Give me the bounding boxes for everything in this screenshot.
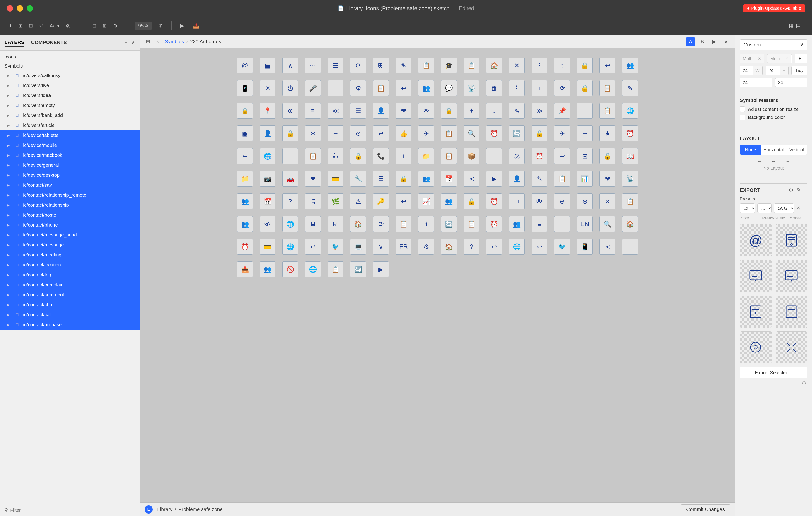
icon-cell[interactable]: ☰ xyxy=(350,103,366,119)
icon-cell[interactable]: 🚫 xyxy=(282,262,298,277)
icon-cell[interactable]: ✈ xyxy=(554,125,570,141)
icon-cell[interactable]: 👥 xyxy=(509,216,525,232)
size-select[interactable]: 1x xyxy=(740,204,755,213)
icon-cell[interactable]: 📋 xyxy=(600,80,615,96)
icon-cell[interactable]: ℹ xyxy=(418,216,434,232)
y-value[interactable] xyxy=(791,57,792,60)
icon-cell[interactable]: ▶ xyxy=(373,262,389,277)
icon-cell[interactable]: 🔒 xyxy=(577,58,593,73)
icon-cell[interactable]: 💳 xyxy=(328,171,344,187)
icon-cell[interactable]: 🔧 xyxy=(350,171,366,187)
fullscreen-button[interactable] xyxy=(27,5,33,11)
icon-cell[interactable]: 📋 xyxy=(622,193,638,209)
icon-cell[interactable]: ⋮ xyxy=(531,58,547,73)
icon-cell[interactable]: ☰ xyxy=(554,216,570,232)
icon-cell[interactable]: 🔍 xyxy=(600,216,615,232)
layer-item[interactable]: ▶ □ ic/contact/phone xyxy=(0,220,140,230)
layer-item[interactable]: ▶ □ ic/contact/call xyxy=(0,310,140,320)
icon-cell[interactable]: 📡 xyxy=(464,80,480,96)
icon-cell[interactable]: ↩ xyxy=(600,58,615,73)
icon-cell[interactable]: ☰ xyxy=(373,171,389,187)
layer-item[interactable]: ▶ □ ic/contact/complaint xyxy=(0,280,140,290)
icon-cell[interactable]: ↑ xyxy=(396,148,411,164)
icon-cell[interactable]: 🏠 xyxy=(350,216,366,232)
icon-cell[interactable]: ⌇ xyxy=(509,80,525,96)
icon-cell[interactable]: 👁 xyxy=(260,216,276,232)
icon-cell[interactable]: ⟳ xyxy=(554,80,570,96)
icon-cell[interactable]: 👥 xyxy=(441,193,457,209)
icon-cell[interactable]: 📋 xyxy=(441,125,457,141)
icon-cell[interactable]: ↓ xyxy=(486,103,502,119)
icon-cell[interactable]: ☑ xyxy=(328,216,344,232)
icon-cell[interactable]: 💳 xyxy=(260,239,276,254)
layer-item[interactable]: ▶ □ ic/device/general xyxy=(0,160,140,170)
icon-cell[interactable]: 🐦 xyxy=(554,239,570,254)
icon-cell[interactable]: 🔒 xyxy=(396,171,411,187)
grid-view-button[interactable]: ⊞ xyxy=(145,37,151,46)
icon-cell[interactable]: ↩ xyxy=(486,239,502,254)
icon-cell[interactable]: 🏠 xyxy=(486,58,502,73)
icon-cell[interactable]: ✎ xyxy=(531,171,547,187)
layer-item[interactable]: ▶ □ ic/contact/relationship_remote xyxy=(0,190,140,200)
icon-cell[interactable]: 🏠 xyxy=(622,216,638,232)
icon-cell[interactable]: ⏰ xyxy=(486,193,502,209)
layers-toggle-button[interactable]: ⊞ xyxy=(16,22,25,30)
icon-cell[interactable]: ∧ xyxy=(282,58,298,73)
icon-cell[interactable]: 📋 xyxy=(600,103,615,119)
layer-item[interactable]: ▶ □ ic/contact/comment xyxy=(0,290,140,300)
icon-cell[interactable]: 🗑 xyxy=(486,80,502,96)
icon-cell[interactable]: ≡ xyxy=(305,103,321,119)
icon-cell[interactable]: 🖥 xyxy=(531,216,547,232)
icon-cell[interactable]: 📱 xyxy=(577,239,593,254)
layer-item[interactable]: ▶ □ ic/divers/bank_add xyxy=(0,110,140,120)
icon-cell[interactable]: ⏰ xyxy=(622,125,638,141)
icon-cell[interactable]: ≫ xyxy=(531,103,547,119)
icon-cell[interactable]: ✕ xyxy=(509,58,525,73)
icon-cell[interactable]: 📦 xyxy=(464,148,480,164)
icon-cell[interactable]: 🔒 xyxy=(282,125,298,141)
view-mode-button-1[interactable]: A xyxy=(686,37,695,46)
icon-cell[interactable]: ☰ xyxy=(282,148,298,164)
icon-cell[interactable]: ✎ xyxy=(509,103,525,119)
icon-cell[interactable]: 🔑 xyxy=(373,193,389,209)
icon-cell[interactable]: ↩ xyxy=(373,125,389,141)
icon-cell[interactable]: ✦ xyxy=(464,103,480,119)
icon-cell[interactable]: ⟳ xyxy=(350,58,366,73)
icon-cell[interactable]: ⊖ xyxy=(554,193,570,209)
custom-dropdown[interactable]: Custom ∨ xyxy=(740,39,808,50)
layers-tab[interactable]: LAYERS xyxy=(4,38,24,47)
icon-cell[interactable]: ✉ xyxy=(305,125,321,141)
icon-cell[interactable]: 🌐 xyxy=(282,239,298,254)
height-value[interactable]: 24 xyxy=(766,66,780,75)
icon-cell[interactable]: 🔄 xyxy=(441,216,457,232)
icon-cell[interactable]: 🔒 xyxy=(237,103,253,119)
icon-cell[interactable]: 📋 xyxy=(396,216,411,232)
undo-button[interactable]: ↩ xyxy=(37,22,46,30)
icon-cell[interactable]: ☰ xyxy=(328,58,344,73)
prev-artboard-button[interactable]: ‹ xyxy=(156,37,160,46)
layer-item[interactable]: ▶ □ ic/divers/idea xyxy=(0,90,140,100)
icon-cell[interactable]: 👥 xyxy=(237,193,253,209)
icon-cell[interactable]: ⋯ xyxy=(577,103,593,119)
icon-cell[interactable]: ↩ xyxy=(554,148,570,164)
export-edit-button[interactable]: ✎ xyxy=(797,187,801,193)
icon-cell[interactable]: 📋 xyxy=(418,58,434,73)
size-val-2[interactable]: 24 xyxy=(775,78,808,87)
add-layer-button[interactable]: + xyxy=(124,39,127,46)
icon-cell[interactable]: 🖨 xyxy=(305,193,321,209)
view-mode-button-2[interactable]: B xyxy=(698,37,707,46)
icon-cell[interactable]: ⊞ xyxy=(577,148,593,164)
icon-cell[interactable]: ❤ xyxy=(396,103,411,119)
icon-cell[interactable]: 📈 xyxy=(418,193,434,209)
icon-cell[interactable]: 🖥 xyxy=(305,216,321,232)
icon-cell[interactable]: 📖 xyxy=(622,148,638,164)
icon-cell[interactable]: 📁 xyxy=(418,148,434,164)
inspector-toggle[interactable]: ▦ xyxy=(789,23,794,29)
icon-cell[interactable]: 🌐 xyxy=(260,148,276,164)
icon-cell[interactable]: 📌 xyxy=(554,103,570,119)
icon-cell[interactable]: 🏠 xyxy=(441,239,457,254)
commit-changes-button[interactable]: Commit Changes xyxy=(680,505,730,514)
icon-cell[interactable]: 📅 xyxy=(441,171,457,187)
icon-cell[interactable]: ☰ xyxy=(328,80,344,96)
icon-cell[interactable]: ⏰ xyxy=(237,239,253,254)
